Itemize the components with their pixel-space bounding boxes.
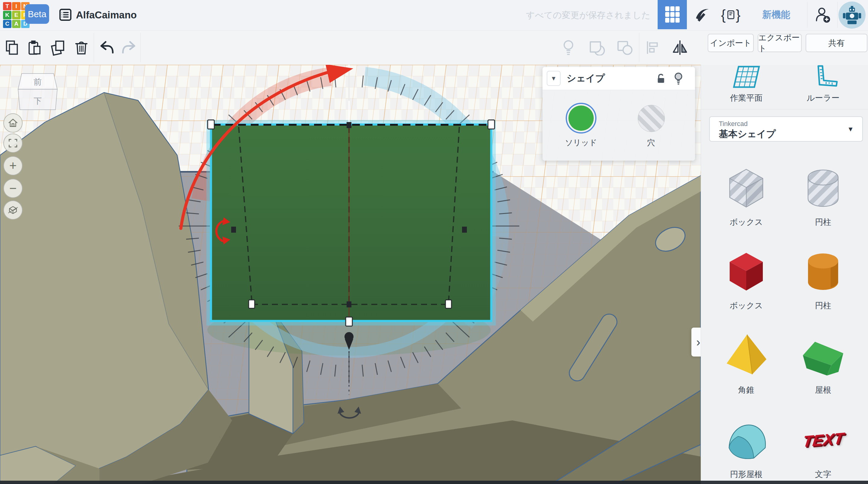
- shape-item-round-roof[interactable]: 円形屋根: [712, 414, 781, 480]
- shape-item-cylinder[interactable]: 円柱: [788, 245, 858, 311]
- beta-badge: Beta: [25, 4, 49, 24]
- mirror-button[interactable]: [669, 37, 691, 58]
- shape-label: 文字: [788, 469, 858, 480]
- blocks-3d-view-button[interactable]: [658, 0, 687, 29]
- divider: [701, 109, 868, 110]
- cylinder-thumbnail: [795, 245, 852, 297]
- copy-icon: [4, 40, 20, 56]
- minus-icon: −: [9, 182, 17, 195]
- design-title[interactable]: AlfaCaimano: [76, 0, 137, 30]
- home-view-button[interactable]: [3, 113, 23, 132]
- divider: [141, 33, 141, 62]
- divider: [94, 33, 94, 62]
- shape-label: ボックス: [712, 300, 781, 311]
- shape-label: 円形屋根: [712, 469, 781, 480]
- export-button[interactable]: エクスポート: [758, 34, 802, 52]
- hole-cylinder-thumbnail: [795, 162, 852, 213]
- visibility-bulb-icon[interactable]: [673, 72, 684, 85]
- shape-label: 円柱: [788, 300, 858, 311]
- ungroup-button[interactable]: [614, 37, 636, 58]
- new-features-link[interactable]: 新機能: [745, 0, 807, 29]
- pyramid-thumbnail: [718, 330, 775, 381]
- ruler-icon: [807, 65, 839, 90]
- plus-icon: +: [9, 159, 17, 172]
- hole-label: 穴: [621, 138, 681, 148]
- shape-item-box[interactable]: ボックス: [712, 245, 781, 311]
- divider: [639, 33, 639, 62]
- caret-down-icon: ▼: [847, 125, 854, 133]
- workplane-label: 作業平面: [712, 93, 781, 103]
- logo-tile: T: [3, 2, 11, 10]
- user-avatar[interactable]: [838, 1, 866, 29]
- chevron-down-icon: ▼: [551, 75, 557, 82]
- paste-button[interactable]: [24, 37, 45, 58]
- view-cube-front-label[interactable]: 下: [34, 96, 42, 105]
- text-thumbnail: TEXT: [795, 414, 852, 465]
- fit-view-button[interactable]: [3, 133, 23, 153]
- hole-box-thumbnail: [718, 162, 775, 213]
- document-list-icon[interactable]: [59, 8, 72, 21]
- copy-button[interactable]: [1, 37, 23, 58]
- logo-tile: A: [12, 20, 21, 28]
- perspective-toggle-button[interactable]: [3, 201, 23, 220]
- redo-icon: [121, 39, 137, 56]
- ruler-tool[interactable]: ルーラー: [788, 65, 858, 104]
- solid-option[interactable]: [566, 103, 596, 133]
- delete-button[interactable]: [70, 37, 92, 58]
- round-roof-thumbnail: [718, 414, 775, 465]
- pickaxe-icon: [693, 6, 710, 23]
- minecraft-export-button[interactable]: [687, 0, 716, 29]
- undo-icon: [98, 39, 115, 56]
- shape-inspector-panel: ▼ シェイプ ソリッド 穴: [542, 67, 695, 161]
- selected-box[interactable]: [209, 122, 493, 323]
- logo-tile: I: [12, 2, 21, 10]
- zoom-out-button[interactable]: −: [3, 179, 23, 198]
- shape-item-roof[interactable]: 屋根: [788, 330, 858, 395]
- group-icon: [588, 40, 605, 56]
- align-icon: [645, 40, 660, 56]
- shape-library-select[interactable]: Tinkercad 基本シェイプ ▼: [709, 116, 863, 142]
- shape-label: 円柱: [788, 217, 858, 228]
- hole-option[interactable]: [638, 105, 665, 132]
- codeblocks-button[interactable]: { }: [716, 0, 745, 29]
- solid-label: ソリッド: [551, 138, 611, 148]
- box-thumbnail: [718, 245, 775, 297]
- group-button[interactable]: [586, 37, 608, 58]
- text-3d-word: TEXT: [802, 429, 844, 450]
- logo-tile: K: [3, 11, 11, 19]
- fit-view-icon: [7, 138, 19, 149]
- perspective-icon: [7, 204, 19, 216]
- shape-label: 角錐: [712, 385, 781, 395]
- workplane-tool[interactable]: 作業平面: [712, 65, 781, 104]
- top-bar: T I N K E R C A D Beta AlfaCaimano すべての変…: [0, 0, 868, 30]
- align-button[interactable]: [642, 37, 663, 58]
- shape-panel-body: ソリッド 穴: [542, 90, 695, 161]
- home-icon: [7, 117, 19, 129]
- logo-tile: E: [12, 11, 21, 19]
- collapse-panel-button[interactable]: ▼: [547, 71, 561, 86]
- mirror-icon: [672, 40, 688, 56]
- shape-item-hole-box[interactable]: ボックス: [712, 162, 781, 228]
- add-collaborator-button[interactable]: [807, 0, 837, 29]
- shape-item-hole-cylinder[interactable]: 円柱: [788, 162, 858, 228]
- sidebar-collapse-tab[interactable]: ›: [691, 328, 701, 357]
- view-cube[interactable]: 前 下: [18, 72, 59, 113]
- unlock-icon[interactable]: [655, 73, 667, 84]
- share-button[interactable]: 共有: [806, 34, 867, 52]
- shape-item-text[interactable]: TEXT 文字: [788, 414, 858, 480]
- view-cube-top-label[interactable]: 前: [34, 78, 42, 87]
- robot-avatar-icon: [842, 5, 862, 25]
- show-all-button[interactable]: [558, 37, 579, 58]
- zoom-in-button[interactable]: +: [3, 156, 23, 175]
- shape-item-pyramid[interactable]: 角錐: [712, 330, 781, 395]
- shape-label: 屋根: [788, 385, 858, 395]
- caption-strip: [0, 481, 868, 484]
- lightbulb-icon: [561, 39, 576, 56]
- grid-3d-icon: [664, 6, 680, 24]
- import-button[interactable]: インポート: [708, 34, 754, 52]
- edit-toolbar: インポート エクスポート 共有: [0, 30, 868, 65]
- duplicate-button[interactable]: [47, 37, 69, 58]
- undo-button[interactable]: [96, 37, 118, 58]
- shapes-sidebar: 作業平面 ルーラー Tinkercad 基本シェイプ ▼: [701, 65, 868, 484]
- redo-button[interactable]: [118, 37, 140, 58]
